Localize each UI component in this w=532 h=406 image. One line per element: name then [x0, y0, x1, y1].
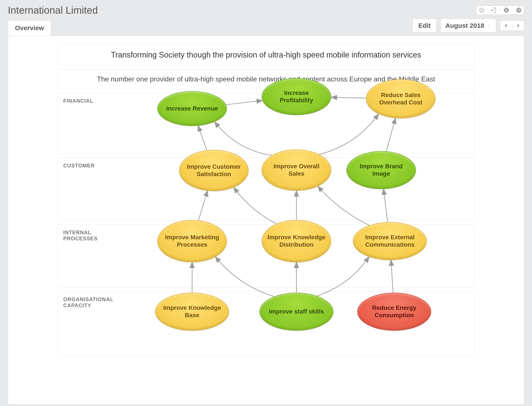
node-extComms[interactable]: Improve External Communications — [353, 222, 427, 260]
perspective-label: INTERNAL PROCESSES — [63, 230, 115, 242]
period-selector[interactable]: August 2018 — [441, 19, 496, 33]
node-staffSkills[interactable]: Improve staff skills — [260, 293, 333, 331]
chevron-down-icon — [487, 24, 491, 28]
header-action-bar — [476, 6, 524, 15]
page-title: International Limited — [8, 4, 98, 16]
node-knowledgeDist[interactable]: Improve Knowledge Distribution — [262, 220, 331, 262]
export-icon[interactable] — [491, 7, 497, 13]
separator — [500, 7, 500, 13]
period-label: August 2018 — [445, 22, 484, 29]
node-brandImage[interactable]: Improve Brand Image — [346, 151, 416, 189]
info-icon[interactable] — [503, 7, 510, 13]
svg-rect-3 — [506, 9, 507, 9]
prev-period-button[interactable] — [500, 21, 512, 31]
node-incProfit[interactable]: Increase Profitability — [262, 78, 331, 115]
node-reduceCost[interactable]: Reduce Sales Overhead Cost — [366, 79, 435, 118]
next-period-button[interactable] — [512, 21, 524, 31]
content-area: Transforming Society though the provisio… — [8, 36, 524, 405]
node-overallSales[interactable]: Improve Overall Sales — [262, 149, 331, 191]
node-incRevenue[interactable]: Increase Revenue — [157, 91, 227, 126]
star-icon[interactable] — [479, 7, 485, 13]
separator — [488, 7, 488, 13]
node-energy[interactable]: Reduce Energy Consumption — [357, 293, 431, 331]
chevron-right-icon — [516, 23, 520, 28]
clock-icon[interactable] — [516, 7, 522, 13]
svg-rect-2 — [506, 10, 507, 12]
mission-card: Transforming Society though the provisio… — [57, 44, 475, 65]
tab-overview[interactable]: Overview — [8, 20, 51, 36]
edit-button[interactable]: Edit — [412, 19, 437, 33]
perspective-label: ORGANISATIONAL CAPACITY — [63, 296, 115, 309]
node-knowledgeBase[interactable]: Improve Knowledge Base — [155, 293, 229, 331]
separator — [512, 7, 513, 13]
perspective-label: CUSTOMER — [63, 163, 115, 169]
period-nav — [500, 20, 524, 31]
svg-marker-0 — [479, 7, 484, 12]
perspective-label: FINANCIAL — [63, 98, 115, 104]
chevron-left-icon — [504, 23, 509, 28]
node-marketing[interactable]: Improve Marketing Processes — [157, 220, 227, 262]
node-custSat[interactable]: Improve Customer Satisfaction — [179, 150, 249, 191]
